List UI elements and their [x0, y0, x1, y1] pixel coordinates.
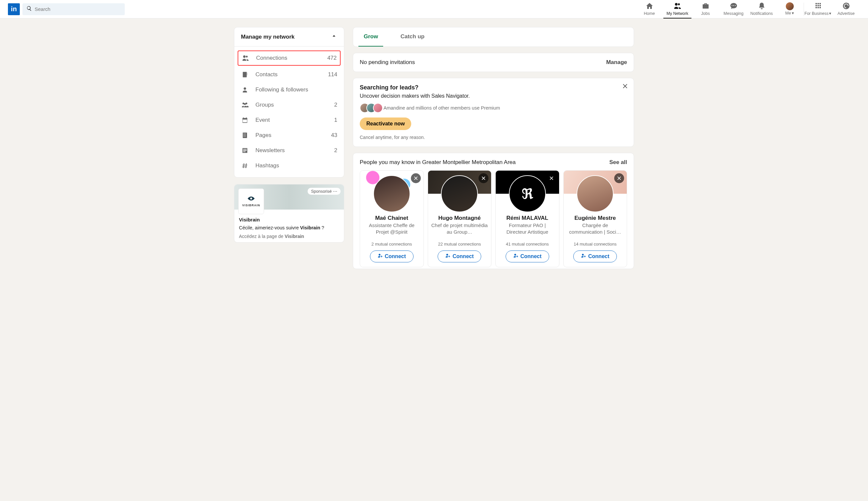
connect-icon [581, 253, 586, 260]
connect-icon [513, 253, 518, 260]
sidebar-item-connections[interactable]: Connections 472 [238, 51, 341, 66]
person-card: ℜ Rémi MALAVAL Formateur PAO | Directeur… [495, 170, 559, 267]
person-icon [241, 86, 249, 93]
building-icon [241, 132, 249, 139]
person-role: Assistante Cheffe de Projet @Spiriit [360, 222, 424, 236]
mutual-connections: 14 mutual connections [564, 236, 627, 250]
ad-title: Visibrain [239, 217, 339, 222]
calendar-icon [241, 117, 249, 124]
ad-logo[interactable]: VISIBRAIN [238, 189, 264, 214]
briefcase-icon [702, 2, 710, 11]
mutual-connections: 41 mutual connections [496, 236, 559, 250]
sidebar-item-event[interactable]: Event 1 [234, 113, 344, 128]
nav-jobs[interactable]: Jobs [692, 0, 719, 19]
connect-button[interactable]: Connect [370, 250, 414, 263]
manage-invitations-link[interactable]: Manage [606, 59, 627, 66]
bell-icon [758, 2, 766, 11]
connect-icon [445, 253, 450, 260]
person-name[interactable]: Eugénie Mestre [564, 215, 627, 222]
connect-button[interactable]: Connect [438, 250, 481, 263]
people-icon [674, 2, 682, 11]
nav-network[interactable]: My Network [663, 0, 692, 19]
person-card: Maé Chainet Assistante Cheffe de Projet … [360, 170, 424, 267]
leads-title: Searching for leads? [360, 84, 627, 91]
sponsored-badge[interactable]: Sponsorisé ⋯ [308, 188, 341, 195]
manage-network-card: Manage my network Connections 472 Contac… [234, 27, 344, 178]
nav-advertise[interactable]: Advertise [832, 0, 860, 19]
reactivate-button[interactable]: Reactivate now [360, 117, 411, 130]
search-input[interactable] [35, 6, 121, 12]
person-name[interactable]: Maé Chainet [360, 215, 424, 222]
top-nav: in Home My Network Jobs Messaging Notifi… [0, 0, 868, 19]
person-role: Formateur PAO | Directeur Artistique [496, 222, 559, 236]
leads-card: Searching for leads? Uncover decision ma… [353, 78, 634, 147]
sidebar-item-newsletters[interactable]: Newsletters 2 [234, 143, 344, 158]
avatar [786, 2, 794, 10]
mutual-connections: 22 mutual connections [428, 236, 491, 250]
sidebar-toggle[interactable]: Manage my network [234, 28, 344, 46]
dismiss-button[interactable] [547, 173, 556, 183]
cancel-note: Cancel anytime, for any reason. [360, 135, 627, 140]
contacts-icon [241, 71, 249, 78]
connect-button[interactable]: Connect [573, 250, 617, 263]
nav-me[interactable]: Me▾ [775, 0, 804, 19]
linkedin-logo[interactable]: in [8, 3, 20, 15]
invitations-card: No pending invitations Manage [353, 53, 634, 72]
dismiss-button[interactable] [614, 173, 624, 183]
person-role: Chargée de communication | Soci… [564, 222, 627, 236]
nav-items: Home My Network Jobs Messaging Notificat… [635, 0, 860, 19]
person-card: Hugo Montagné Chef de projet multimédia … [428, 170, 492, 267]
caret-down-icon: ▾ [792, 11, 794, 15]
sidebar-item-hashtags[interactable]: Hashtags [234, 158, 344, 173]
connect-button[interactable]: Connect [506, 250, 549, 263]
person-name[interactable]: Hugo Montagné [428, 215, 491, 222]
people-icon [242, 54, 249, 62]
ad-banner: VISIBRAIN Sponsorisé ⋯ [234, 184, 344, 210]
hashtag-icon [241, 162, 249, 169]
sponsored-card: VISIBRAIN Sponsorisé ⋯ Visibrain Cécile,… [234, 184, 344, 243]
sidebar-item-groups[interactable]: Groups 2 [234, 97, 344, 113]
facepile-text: Amandine and millions of other members u… [384, 105, 500, 110]
home-icon [645, 2, 653, 11]
close-icon[interactable] [622, 83, 629, 91]
mutual-connections: 2 mutual connections [360, 236, 424, 250]
dismiss-button[interactable] [411, 173, 421, 183]
person-name[interactable]: Rémi MALAVAL [496, 215, 559, 222]
sidebar-item-pages[interactable]: Pages 43 [234, 128, 344, 143]
groups-icon [241, 101, 249, 109]
sidebar-item-contacts[interactable]: Contacts 114 [234, 67, 344, 82]
nav-business[interactable]: For Business▾ [804, 0, 832, 19]
caret-down-icon: ▾ [829, 11, 832, 16]
tab-grow[interactable]: Grow [358, 28, 383, 46]
person-role: Chef de projet multimédia au Group… [428, 222, 491, 236]
ad-subtext: Accédez à la page de Visibrain [239, 234, 339, 239]
grid-icon [814, 2, 822, 11]
person-card: Eugénie Mestre Chargée de communication … [564, 170, 628, 267]
leads-subtitle: Uncover decision makers with Sales Navig… [360, 93, 627, 99]
tab-catchup[interactable]: Catch up [395, 28, 430, 46]
dismiss-button[interactable] [479, 173, 489, 183]
chevron-up-icon [331, 33, 337, 41]
more-icon: ⋯ [333, 189, 337, 194]
sidebar-item-following[interactable]: Following & followers [234, 82, 344, 97]
ad-text: Cécile, aimeriez-vous suivre Visibrain ? [239, 225, 339, 230]
nav-home[interactable]: Home [635, 0, 663, 19]
newsletter-icon [241, 147, 249, 154]
target-icon [842, 2, 850, 11]
search-box[interactable] [22, 3, 125, 15]
pymk-title: People you may know in Greater Montpelli… [360, 159, 515, 166]
tabs-card: Grow Catch up [353, 27, 634, 47]
invitations-title: No pending invitations [360, 59, 415, 66]
facepile [360, 103, 379, 113]
see-all-link[interactable]: See all [609, 159, 627, 166]
chat-icon [730, 2, 738, 11]
pymk-card: People you may know in Greater Montpelli… [353, 153, 634, 269]
nav-messaging[interactable]: Messaging [719, 0, 748, 19]
search-icon [26, 6, 32, 12]
nav-notifications[interactable]: Notifications [748, 0, 775, 19]
connect-icon [377, 253, 383, 260]
